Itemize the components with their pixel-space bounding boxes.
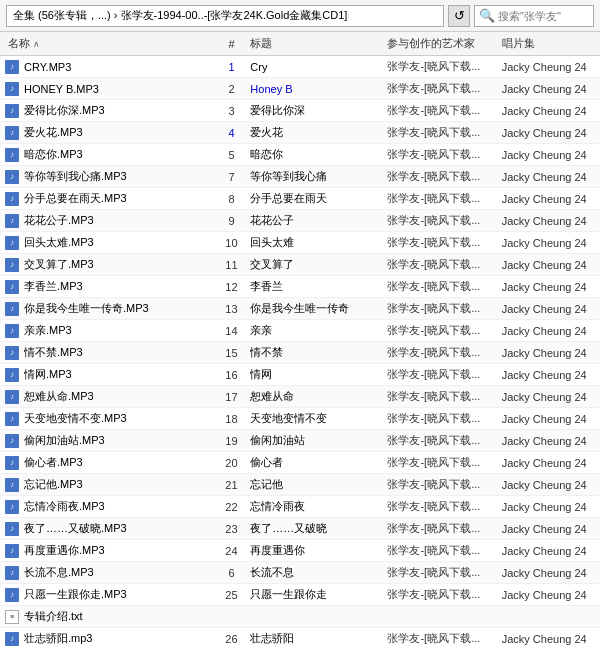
cell-num: 12 xyxy=(213,281,251,293)
mp3-icon: ♪ xyxy=(4,147,20,163)
cell-artist: 张学友-[晓风下载... xyxy=(387,587,501,602)
table-row[interactable]: ♪壮志骄阳.mp326壮志骄阳张学友-[晓风下载...Jacky Cheung … xyxy=(0,628,600,646)
table-row[interactable]: ♪亲亲.MP314亲亲张学友-[晓风下载...Jacky Cheung 24 xyxy=(0,320,600,342)
cell-album: Jacky Cheung 24 xyxy=(502,281,596,293)
table-row[interactable]: ♪偷闲加油站.MP319偷闲加油站张学友-[晓风下载...Jacky Cheun… xyxy=(0,430,600,452)
table-row[interactable]: ♪情不禁.MP315情不禁张学友-[晓风下载...Jacky Cheung 24 xyxy=(0,342,600,364)
cell-title: Cry xyxy=(250,61,387,73)
sort-arrow: ∧ xyxy=(33,39,40,49)
cell-album: Jacky Cheung 24 xyxy=(502,127,596,139)
cell-name: ♪暗恋你.MP3 xyxy=(4,147,213,163)
table-row[interactable]: ♪CRY.MP31Cry张学友-[晓风下载...Jacky Cheung 24 xyxy=(0,56,600,78)
refresh-button[interactable]: ↺ xyxy=(448,5,470,27)
cell-album: Jacky Cheung 24 xyxy=(502,435,596,447)
mp3-icon: ♪ xyxy=(4,367,20,383)
mp3-icon: ♪ xyxy=(4,433,20,449)
cell-num: 2 xyxy=(213,83,251,95)
table-row[interactable]: ♪HONEY B.MP32Honey B张学友-[晓风下载...Jacky Ch… xyxy=(0,78,600,100)
cell-num: 6 xyxy=(213,567,251,579)
cell-artist: 张学友-[晓风下载... xyxy=(387,279,501,294)
table-row[interactable]: ♪恕难从命.MP317恕难从命张学友-[晓风下载...Jacky Cheung … xyxy=(0,386,600,408)
cell-album: Jacky Cheung 24 xyxy=(502,149,596,161)
mp3-icon: ♪ xyxy=(4,345,20,361)
cell-album: Jacky Cheung 24 xyxy=(502,523,596,535)
cell-num: 17 xyxy=(213,391,251,403)
table-row[interactable]: ♪分手总要在雨天.MP38分手总要在雨天张学友-[晓风下载...Jacky Ch… xyxy=(0,188,600,210)
mp3-icon: ♪ xyxy=(4,301,20,317)
cell-artist: 张学友-[晓风下载... xyxy=(387,191,501,206)
mp3-icon: ♪ xyxy=(4,103,20,119)
cell-title: 暗恋你 xyxy=(250,147,387,162)
table-row[interactable]: ♪暗恋你.MP35暗恋你张学友-[晓风下载...Jacky Cheung 24 xyxy=(0,144,600,166)
cell-name: ♪恕难从命.MP3 xyxy=(4,389,213,405)
cell-album: Jacky Cheung 24 xyxy=(502,259,596,271)
col-album[interactable]: 唱片集 xyxy=(502,36,596,51)
search-input[interactable] xyxy=(498,10,588,22)
cell-name: ♪夜了……又破晓.MP3 xyxy=(4,521,213,537)
table-row[interactable]: ♪忘情冷雨夜.MP322忘情冷雨夜张学友-[晓风下载...Jacky Cheun… xyxy=(0,496,600,518)
col-artist[interactable]: 参与创作的艺术家 xyxy=(387,36,501,51)
cell-title: 天变地变情不变 xyxy=(250,411,387,426)
table-row[interactable]: ≡专辑介绍.txt xyxy=(0,606,600,628)
col-num[interactable]: # xyxy=(213,38,251,50)
cell-name: ♪天变地变情不变.MP3 xyxy=(4,411,213,427)
cell-num: 20 xyxy=(213,457,251,469)
cell-artist: 张学友-[晓风下载... xyxy=(387,345,501,360)
mp3-icon: ♪ xyxy=(4,257,20,273)
mp3-icon: ♪ xyxy=(4,389,20,405)
cell-name: ♪你是我今生唯一传奇.MP3 xyxy=(4,301,213,317)
cell-artist: 张学友-[晓风下载... xyxy=(387,213,501,228)
cell-artist: 张学友-[晓风下载... xyxy=(387,103,501,118)
table-row[interactable]: ♪回头太难.MP310回头太难张学友-[晓风下载...Jacky Cheung … xyxy=(0,232,600,254)
search-icon: 🔍 xyxy=(479,8,495,23)
cell-artist: 张学友-[晓风下载... xyxy=(387,59,501,74)
cell-name: ♪再度重遇你.MP3 xyxy=(4,543,213,559)
cell-artist: 张学友-[晓风下载... xyxy=(387,235,501,250)
cell-album: Jacky Cheung 24 xyxy=(502,457,596,469)
cell-num: 16 xyxy=(213,369,251,381)
cell-title: 忘记他 xyxy=(250,477,387,492)
table-row[interactable]: ♪再度重遇你.MP324再度重遇你张学友-[晓风下载...Jacky Cheun… xyxy=(0,540,600,562)
cell-name: ♪李香兰.MP3 xyxy=(4,279,213,295)
mp3-icon: ♪ xyxy=(4,543,20,559)
txt-icon: ≡ xyxy=(4,609,20,625)
cell-title: 爱火花 xyxy=(250,125,387,140)
cell-name: ♪爱得比你深.MP3 xyxy=(4,103,213,119)
table-row[interactable]: ♪夜了……又破晓.MP323夜了……又破晓张学友-[晓风下载...Jacky C… xyxy=(0,518,600,540)
cell-num: 5 xyxy=(213,149,251,161)
cell-title: 恕难从命 xyxy=(250,389,387,404)
cell-num: 9 xyxy=(213,215,251,227)
table-row[interactable]: ♪偷心者.MP320偷心者张学友-[晓风下载...Jacky Cheung 24 xyxy=(0,452,600,474)
cell-num: 4 xyxy=(213,127,251,139)
mp3-icon: ♪ xyxy=(4,455,20,471)
cell-title: 壮志骄阳 xyxy=(250,631,387,646)
table-row[interactable]: ♪爱火花.MP34爱火花张学友-[晓风下载...Jacky Cheung 24 xyxy=(0,122,600,144)
table-row[interactable]: ♪等你等到我心痛.MP37等你等到我心痛张学友-[晓风下载...Jacky Ch… xyxy=(0,166,600,188)
table-row[interactable]: ♪长流不息.MP36长流不息张学友-[晓风下载...Jacky Cheung 2… xyxy=(0,562,600,584)
table-row[interactable]: ♪交叉算了.MP311交叉算了张学友-[晓风下载...Jacky Cheung … xyxy=(0,254,600,276)
cell-album: Jacky Cheung 24 xyxy=(502,479,596,491)
table-row[interactable]: ♪天变地变情不变.MP318天变地变情不变张学友-[晓风下载...Jacky C… xyxy=(0,408,600,430)
cell-album: Jacky Cheung 24 xyxy=(502,105,596,117)
cell-num: 25 xyxy=(213,589,251,601)
table-row[interactable]: ♪忘记他.MP321忘记他张学友-[晓风下载...Jacky Cheung 24 xyxy=(0,474,600,496)
table-row[interactable]: ♪你是我今生唯一传奇.MP313你是我今生唯一传奇张学友-[晓风下载...Jac… xyxy=(0,298,600,320)
cell-album: Jacky Cheung 24 xyxy=(502,347,596,359)
table-row[interactable]: ♪爱得比你深.MP33爱得比你深张学友-[晓风下载...Jacky Cheung… xyxy=(0,100,600,122)
cell-name: ♪壮志骄阳.mp3 xyxy=(4,631,213,647)
table-row[interactable]: ♪情网.MP316情网张学友-[晓风下载...Jacky Cheung 24 xyxy=(0,364,600,386)
cell-num: 21 xyxy=(213,479,251,491)
mp3-icon: ♪ xyxy=(4,279,20,295)
table-row[interactable]: ♪李香兰.MP312李香兰张学友-[晓风下载...Jacky Cheung 24 xyxy=(0,276,600,298)
cell-num: 23 xyxy=(213,523,251,535)
table-row[interactable]: ♪花花公子.MP39花花公子张学友-[晓风下载...Jacky Cheung 2… xyxy=(0,210,600,232)
table-row[interactable]: ♪只愿一生跟你走.MP325只愿一生跟你走张学友-[晓风下载...Jacky C… xyxy=(0,584,600,606)
col-name[interactable]: 名称 ∧ xyxy=(4,36,213,51)
cell-num: 10 xyxy=(213,237,251,249)
mp3-icon: ♪ xyxy=(4,565,20,581)
cell-album: Jacky Cheung 24 xyxy=(502,391,596,403)
cell-album: Jacky Cheung 24 xyxy=(502,325,596,337)
cell-artist: 张学友-[晓风下载... xyxy=(387,565,501,580)
cell-album: Jacky Cheung 24 xyxy=(502,83,596,95)
col-title[interactable]: 标题 xyxy=(250,36,387,51)
